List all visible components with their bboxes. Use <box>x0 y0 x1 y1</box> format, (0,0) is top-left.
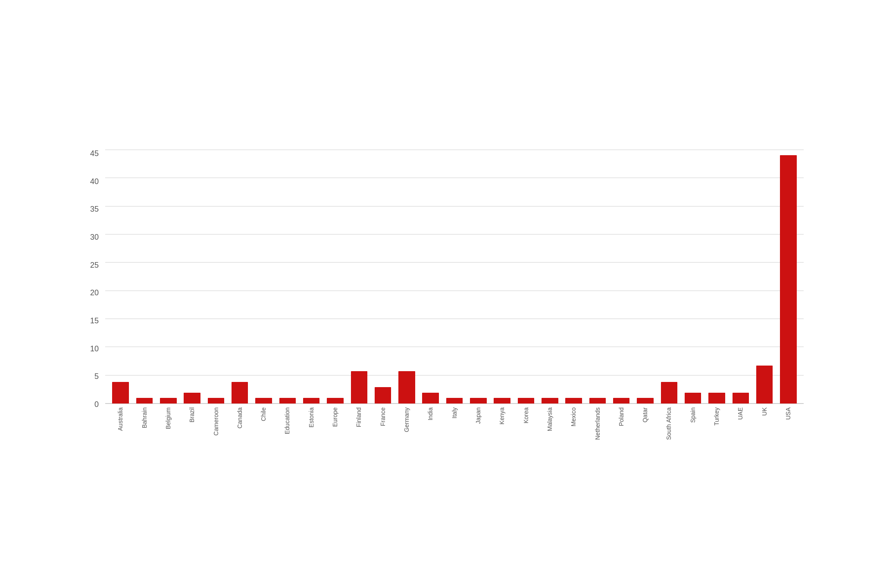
x-axis-label: Qatar <box>642 407 649 422</box>
x-label-wrapper: Turkey <box>706 404 728 451</box>
x-label-wrapper: South Africa <box>658 404 680 451</box>
bar <box>351 371 367 403</box>
bar <box>112 382 128 403</box>
x-axis-label: Poland <box>618 407 625 426</box>
bar <box>446 398 463 403</box>
x-axis-label: Italy <box>451 407 458 419</box>
x-label-wrapper: Brazil <box>181 404 203 451</box>
x-label-wrapper: Estonia <box>301 404 323 451</box>
bar <box>279 398 296 403</box>
bar-wrapper <box>467 150 489 403</box>
x-axis-label: India <box>427 407 434 420</box>
x-label-wrapper: Kenya <box>491 404 513 451</box>
bar-wrapper <box>301 150 323 403</box>
x-label-wrapper: Education <box>276 404 298 451</box>
bar-wrapper <box>515 150 537 403</box>
bar-wrapper <box>133 150 155 403</box>
x-axis-label: Malaysia <box>546 407 554 431</box>
x-axis-label: Europe <box>332 407 339 427</box>
bar <box>589 398 606 403</box>
x-label-wrapper: Mexico <box>563 404 585 451</box>
y-axis-label: 30 <box>90 233 99 241</box>
bar-wrapper <box>730 150 751 403</box>
bar-wrapper <box>539 150 561 403</box>
x-axis-label: Estonia <box>308 407 315 428</box>
x-label-wrapper: Australia <box>110 404 132 451</box>
x-label-wrapper: Canada <box>229 404 251 451</box>
y-axis: 051015202530354045 <box>88 150 105 451</box>
bar <box>327 398 343 403</box>
chart-container: 051015202530354045 AustraliaBahrainBelgi… <box>53 111 830 477</box>
x-axis-label: Australia <box>117 407 124 431</box>
x-axis-label: France <box>379 407 387 426</box>
x-axis-label: Turkey <box>713 407 720 425</box>
x-label-wrapper: Korea <box>515 404 537 451</box>
x-label-wrapper: Belgium <box>157 404 179 451</box>
x-axis-label: Belgium <box>165 407 172 429</box>
bar <box>255 398 272 403</box>
bar <box>375 387 391 403</box>
x-axis-label: Netherlands <box>594 407 601 440</box>
bars-and-grid <box>105 150 804 404</box>
bar-wrapper <box>110 150 132 403</box>
bar-wrapper <box>181 150 203 403</box>
bar-wrapper <box>420 150 442 403</box>
bar <box>780 155 796 403</box>
x-label-wrapper: Malaysia <box>539 404 561 451</box>
y-axis-label: 15 <box>90 317 99 325</box>
bar <box>685 393 701 403</box>
bar <box>733 393 749 403</box>
x-axis-label: Japan <box>475 407 482 424</box>
x-axis-label: Finland <box>355 407 363 427</box>
x-axis-label: Brazil <box>188 407 196 422</box>
bar <box>470 398 486 403</box>
bar-wrapper <box>372 150 394 403</box>
bar-wrapper <box>348 150 370 403</box>
bar <box>208 398 224 403</box>
bar-wrapper <box>205 150 227 403</box>
plot-area: AustraliaBahrainBelgiumBrazilCameroonCan… <box>105 150 804 451</box>
y-axis-label: 10 <box>90 345 99 353</box>
bar-wrapper <box>253 150 275 403</box>
x-axis-label: Canada <box>236 407 244 428</box>
bar-wrapper <box>611 150 633 403</box>
bar-wrapper <box>777 150 799 403</box>
x-axis-label: Cameroon <box>213 407 220 435</box>
y-axis-label: 35 <box>90 205 99 213</box>
x-axis-label: Education <box>284 407 291 434</box>
bar <box>184 393 200 403</box>
y-axis-label: 45 <box>90 150 99 157</box>
x-axis-label: South Africa <box>665 407 673 440</box>
bar-wrapper <box>276 150 298 403</box>
x-label-wrapper: India <box>420 404 442 451</box>
x-label-wrapper: Bahrain <box>133 404 155 451</box>
bar-wrapper <box>324 150 346 403</box>
bar <box>398 371 415 403</box>
x-label-wrapper: Qatar <box>634 404 656 451</box>
bar-wrapper <box>229 150 251 403</box>
x-axis-label: Bahrain <box>141 407 148 428</box>
bar <box>494 398 510 403</box>
bar <box>756 366 773 403</box>
x-axis-label: UAE <box>737 407 744 420</box>
bar <box>136 398 153 403</box>
y-axis-label: 0 <box>94 400 99 408</box>
bar <box>160 398 176 403</box>
x-axis-label: USA <box>785 407 792 420</box>
x-label-wrapper: Poland <box>611 404 633 451</box>
x-label-wrapper: Europe <box>324 404 346 451</box>
bar-wrapper <box>682 150 704 403</box>
bar <box>232 382 248 403</box>
bar-wrapper <box>491 150 513 403</box>
x-labels: AustraliaBahrainBelgiumBrazilCameroonCan… <box>105 404 804 451</box>
x-label-wrapper: Spain <box>682 404 704 451</box>
x-axis-label: Mexico <box>570 407 577 426</box>
x-label-wrapper: USA <box>777 404 799 451</box>
chart-area: 051015202530354045 AustraliaBahrainBelgi… <box>88 150 804 451</box>
bar-wrapper <box>586 150 608 403</box>
x-label-wrapper: Japan <box>467 404 489 451</box>
bar-wrapper <box>443 150 465 403</box>
x-axis-label: Kenya <box>498 407 506 425</box>
x-axis-label: Korea <box>523 407 530 423</box>
x-axis-label: UK <box>761 407 768 416</box>
